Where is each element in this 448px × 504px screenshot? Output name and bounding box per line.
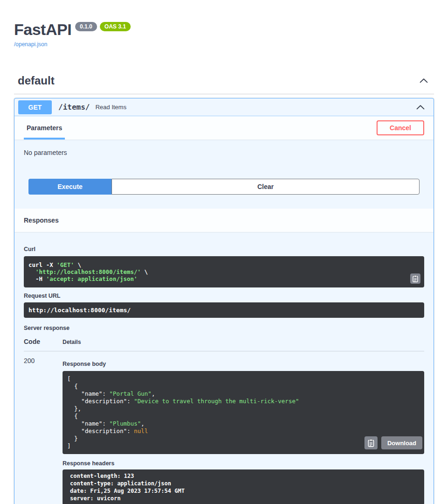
operation-summary[interactable]: GET /items/ Read Items	[14, 98, 434, 116]
api-title: FastAPI	[14, 21, 71, 37]
response-details-cell: Response body [ { "name": "Portal Gun", …	[63, 357, 424, 504]
parameters-tab-label: Parameters	[27, 124, 62, 132]
no-parameters-message: No parameters	[24, 149, 424, 156]
openapi-spec-link[interactable]: /openapi.json	[14, 41, 47, 48]
execute-button[interactable]: Execute	[28, 179, 112, 195]
active-tab-indicator	[24, 138, 65, 140]
curl-label: Curl	[24, 246, 424, 252]
tab-parameters[interactable]: Parameters	[24, 116, 65, 140]
response-body-block: [ { "name": "Portal Gun", "description":…	[63, 371, 424, 454]
code-column-header: Code	[24, 338, 63, 345]
operation-path: /items/	[58, 103, 90, 112]
response-table-row: 200 Response body [ { "name": "Portal Gu…	[24, 351, 424, 504]
clipboard-copy-icon	[412, 275, 419, 282]
oas-version-badge: OAS 3.1	[100, 22, 131, 31]
live-response-table: Code Details 200 Response body [ { "name…	[24, 338, 424, 504]
copy-curl-button[interactable]	[410, 273, 420, 284]
response-headers-label: Response headers	[63, 460, 424, 467]
request-url-value: http://localhost:8000/items/	[24, 302, 424, 318]
operation-collapse-button[interactable]	[415, 102, 426, 113]
download-button[interactable]: Download	[381, 436, 422, 449]
api-info-header: FastAPI 0.1.0 OAS 3.1 /openapi.json	[14, 0, 434, 48]
section-collapse-button[interactable]	[418, 75, 429, 86]
chevron-up-icon	[416, 103, 425, 112]
api-badges: 0.1.0 OAS 3.1	[75, 22, 131, 31]
response-headers-block: content-length: 123content-type: applica…	[63, 469, 424, 504]
curl-command-block: curl -X 'GET' \ 'http://localhost:8000/i…	[24, 256, 424, 287]
request-url-label: Request URL	[24, 293, 424, 299]
status-code: 200	[24, 357, 63, 504]
parameters-section-header: Parameters Cancel	[14, 116, 434, 140]
operation-summary-text: Read Items	[95, 104, 126, 111]
responses-section-title: Responses	[24, 217, 59, 224]
response-table-header: Code Details	[24, 338, 424, 351]
method-badge: GET	[18, 100, 52, 114]
swagger-page: FastAPI 0.1.0 OAS 3.1 /openapi.json defa…	[0, 0, 448, 504]
copy-response-body-button[interactable]	[364, 436, 378, 449]
clear-button[interactable]: Clear	[112, 179, 420, 195]
opblock-get-items: GET /items/ Read Items Parameters Cancel…	[14, 98, 434, 504]
cancel-button[interactable]: Cancel	[377, 120, 424, 135]
response-body-label: Response body	[63, 361, 424, 367]
responses-section-header: Responses	[14, 209, 434, 232]
version-badge: 0.1.0	[75, 22, 97, 31]
responses-body: Curl curl -X 'GET' \ 'http://localhost:8…	[14, 232, 434, 504]
execute-button-group: Execute Clear	[14, 156, 434, 209]
tag-section-header-default[interactable]: default	[14, 71, 434, 94]
server-response-label: Server response	[24, 325, 424, 331]
tag-section-title: default	[18, 74, 55, 87]
parameters-body: No parameters	[14, 140, 434, 156]
details-column-header: Details	[63, 339, 424, 345]
chevron-up-icon	[419, 76, 428, 85]
clipboard-copy-icon	[367, 439, 375, 447]
